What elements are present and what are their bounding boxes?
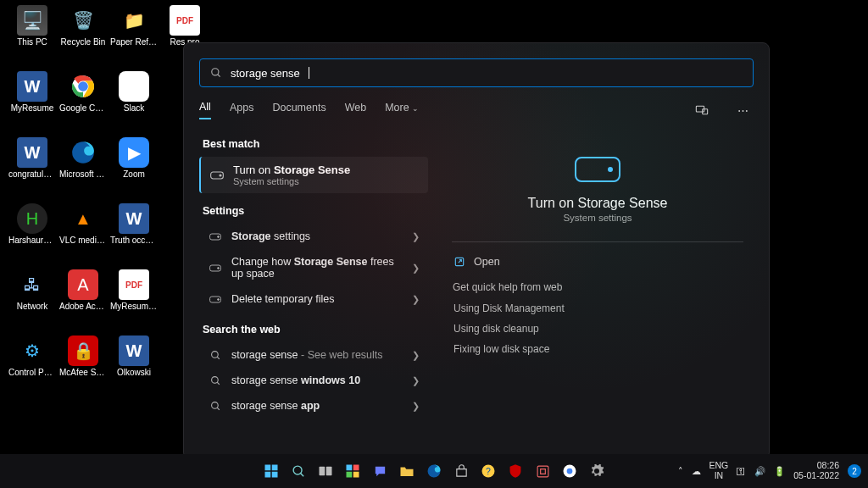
svg-point-10 [218, 236, 220, 237]
svg-rect-23 [272, 465, 278, 471]
desktop-icon-slack[interactable]: ✱Slack [110, 71, 158, 113]
desktop-icon-network[interactable]: 🖧Network [8, 269, 56, 311]
chrome-icon[interactable] [558, 459, 581, 483]
settings-icon[interactable] [585, 459, 609, 483]
search-web-header: Search the web [203, 324, 428, 336]
svg-line-18 [217, 382, 220, 385]
settings-header: Settings [203, 205, 428, 217]
search-flyout: storage sense All Apps Documents Web Mor… [183, 42, 770, 459]
desktop-icon-zoom[interactable]: ▶Zoom [110, 137, 158, 179]
svg-rect-24 [265, 472, 271, 478]
storage-preview-icon [575, 157, 620, 182]
open-icon [453, 256, 465, 268]
svg-rect-33 [353, 472, 359, 478]
desktop-icon-recycle-bin[interactable]: 🗑️Recycle Bin [59, 5, 107, 47]
desktop-icon-this-pc[interactable]: 🖥️This PC [8, 5, 56, 47]
desktop-icon-mcafee[interactable]: 🔒McAfee Safe Connect [59, 336, 107, 377]
svg-line-20 [217, 408, 220, 410]
devices-icon[interactable] [691, 99, 713, 121]
desktop-icon-chrome2[interactable]: HHarshaurya - Chrome [8, 203, 56, 245]
settings-row-change-frees[interactable]: Change how Storage Sense frees up space … [199, 249, 428, 286]
desktop-icon-pdf2[interactable]: PDFMyResume (1) [110, 269, 158, 311]
desktop-icon-word2[interactable]: Wcongratulati mail [8, 137, 56, 179]
svg-point-17 [211, 376, 218, 383]
tab-more[interactable]: More ⌄ [385, 102, 419, 119]
open-action[interactable]: Open [452, 251, 743, 273]
divider [452, 241, 743, 242]
chevron-right-icon: ❯ [412, 375, 420, 386]
help-link-2[interactable]: Fixing low disk space [452, 339, 743, 359]
volume-icon[interactable]: 🔊 [754, 466, 765, 477]
svg-rect-32 [347, 472, 353, 478]
desktop-icon-word3[interactable]: WTruth occupies a ... [110, 203, 158, 245]
store-icon[interactable] [449, 459, 473, 483]
svg-rect-31 [353, 465, 359, 471]
storage-icon [209, 171, 225, 180]
settings-row-delete-temp[interactable]: Delete temporary files ❯ [199, 286, 428, 312]
tab-all[interactable]: All [199, 101, 211, 119]
clock[interactable]: 08:2605-01-2022 [793, 461, 839, 480]
chevron-right-icon: ❯ [412, 401, 420, 412]
web-row-2[interactable]: storage sense app ❯ [199, 393, 428, 419]
svg-rect-28 [320, 467, 326, 476]
language-indicator[interactable]: ENGIN [709, 461, 729, 480]
edge-icon[interactable] [422, 459, 446, 483]
tray-chevron-icon[interactable]: ˄ [678, 466, 683, 476]
desktop-icon-acrobat[interactable]: AAdobe Acrobat DC [59, 269, 107, 311]
battery-icon[interactable]: 🔋 [774, 466, 785, 477]
results-panel: Best match Turn on Storage Sense System … [199, 133, 437, 455]
storage-icon [208, 296, 223, 303]
tab-apps[interactable]: Apps [230, 102, 254, 119]
desktop-icon-word[interactable]: WMyResume [8, 71, 56, 113]
svg-point-15 [211, 351, 218, 358]
taskbar-center: ? [259, 459, 609, 483]
svg-text:?: ? [486, 466, 491, 476]
storage-icon [208, 233, 223, 241]
help-icon[interactable]: ? [476, 459, 500, 483]
svg-point-14 [218, 298, 220, 300]
settings-row-storage[interactable]: Storage settings ❯ [199, 224, 428, 249]
explorer-icon[interactable] [395, 459, 419, 483]
desktop-icon-word4[interactable]: WOlkowski [110, 336, 158, 377]
system-tray: ˄ ☁ ENGIN ⚿ 🔊 🔋 08:2605-01-2022 2 [678, 461, 861, 480]
search-tabs: All Apps Documents Web More ⌄ ⋯ [199, 99, 754, 121]
storage-icon [208, 264, 223, 272]
desktop-icon-control-panel[interactable]: ⚙Control Panel [8, 336, 56, 377]
widgets-icon[interactable] [341, 459, 364, 483]
svg-point-19 [211, 402, 218, 408]
chat-icon[interactable] [368, 459, 392, 483]
desktop-icon-edge[interactable]: Microsoft Edge [59, 137, 107, 179]
more-icon[interactable]: ⋯ [732, 99, 754, 121]
search-bar[interactable]: storage sense [199, 58, 754, 87]
chevron-right-icon: ❯ [412, 350, 420, 361]
quick-help-header: Get quick help from web [453, 281, 744, 293]
web-row-1[interactable]: storage sense windows 10 ❯ [199, 368, 428, 393]
svg-line-27 [300, 473, 303, 476]
desktop-icon-vlc[interactable]: ▲VLC media player [59, 203, 107, 245]
svg-point-8 [220, 174, 221, 175]
best-match-item[interactable]: Turn on Storage Sense System settings [199, 157, 428, 193]
notification-badge[interactable]: 2 [848, 464, 861, 478]
tab-documents[interactable]: Documents [272, 102, 326, 119]
tab-web[interactable]: Web [345, 102, 366, 119]
svg-rect-22 [265, 465, 271, 471]
svg-point-1 [78, 81, 88, 92]
web-row-0[interactable]: storage sense - See web results ❯ [199, 342, 428, 368]
svg-rect-37 [537, 466, 548, 477]
task-view-icon[interactable] [314, 459, 337, 483]
desktop-icon-pdf[interactable]: PDFRes pro [161, 5, 209, 47]
onedrive-icon[interactable]: ☁ [692, 466, 701, 476]
desktop-icon-folder[interactable]: 📁Paper References [110, 5, 158, 47]
svg-rect-29 [326, 467, 332, 476]
start-button[interactable] [259, 459, 283, 483]
desktop-icon-chrome[interactable]: Google Chrome [59, 71, 107, 113]
wifi-icon[interactable]: ⚿ [737, 466, 746, 476]
help-link-0[interactable]: Using Disk Management [452, 298, 743, 319]
preview-panel: Turn on Storage Sense System settings Op… [437, 133, 754, 455]
taskbar-search-icon[interactable] [287, 459, 310, 483]
mcafee-icon[interactable] [504, 459, 527, 483]
svg-point-12 [218, 267, 220, 269]
help-link-1[interactable]: Using disk cleanup [452, 319, 743, 339]
snip-icon[interactable] [531, 459, 554, 483]
svg-line-16 [217, 357, 220, 359]
